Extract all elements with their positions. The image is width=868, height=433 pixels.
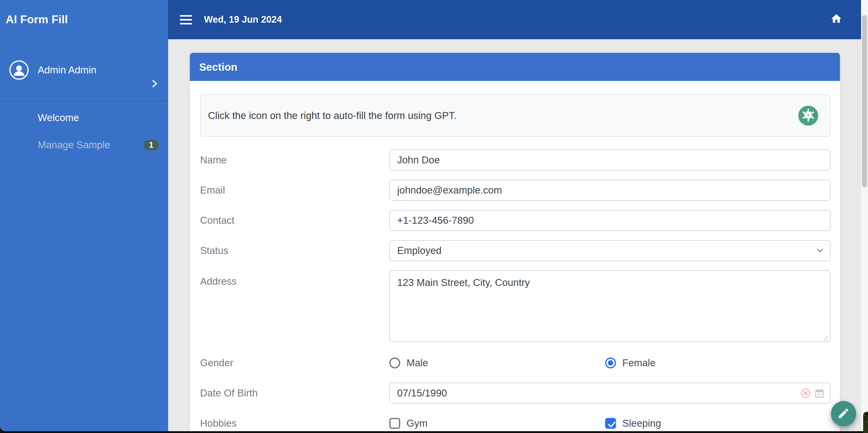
email-input[interactable] [389, 180, 831, 201]
home-icon[interactable] [830, 13, 842, 25]
sidebar-header: AI Form Fill [0, 0, 168, 39]
form-row-status: Status Employed [200, 240, 831, 261]
desktop-wallpaper-corner [863, 412, 868, 433]
dob-input[interactable] [389, 382, 831, 404]
radio-male[interactable] [389, 357, 400, 368]
hobbies-label: Hobbies [200, 417, 389, 429]
sidebar-nav: Welcome Manage Sample 1 [0, 102, 168, 158]
hobby-option-sleeping[interactable]: Sleeping [605, 413, 661, 431]
calendar-icon[interactable] [814, 388, 825, 398]
hamburger-menu-icon[interactable] [180, 15, 192, 25]
autofill-info-box: Click the icon on the right to auto-fill… [200, 94, 831, 137]
checkbox-gym[interactable] [389, 418, 400, 429]
app-window: AI Form Fill Admin Admin Welcome [0, 0, 868, 431]
sidebar-item-manage-sample[interactable]: Manage Sample 1 [0, 131, 168, 158]
user-name: Admin Admin [38, 64, 96, 76]
sidebar-item-welcome[interactable]: Welcome [0, 104, 168, 131]
count-badge: 1 [144, 140, 159, 150]
gender-option-male[interactable]: Male [389, 352, 428, 374]
name-input[interactable] [389, 149, 831, 171]
user-menu[interactable]: Admin Admin [0, 39, 168, 101]
edit-fab-button[interactable] [831, 401, 856, 426]
sidebar-item-label: Manage Sample [38, 139, 110, 151]
form-row-dob: Date Of Birth [200, 382, 831, 404]
dob-label: Date Of Birth [200, 387, 389, 399]
contact-label: Contact [200, 215, 389, 226]
hobby-option-gym[interactable]: Gym [389, 413, 428, 431]
form-row-hobbies: Hobbies Gym Sleeping [200, 413, 831, 431]
gpt-icon [798, 105, 818, 126]
form-row-contact: Contact [200, 210, 831, 231]
select-chevron-icon [817, 248, 823, 253]
address-textarea[interactable]: 123 Main Street, City, Country [389, 270, 831, 342]
form-row-email: Email [200, 180, 831, 201]
scrollbar-thumb[interactable] [862, 15, 867, 187]
user-avatar-icon [9, 60, 29, 80]
topbar: Wed, 19 Jun 2024 [168, 0, 861, 39]
form-row-name: Name [200, 149, 831, 171]
autofill-info-text: Click the icon on the right to auto-fill… [208, 110, 457, 121]
section-header: Section [190, 53, 840, 81]
email-label: Email [200, 184, 389, 196]
address-label: Address [200, 270, 389, 287]
status-select[interactable]: Employed [389, 240, 831, 261]
sidebar: AI Form Fill Admin Admin Welcome [0, 0, 168, 431]
topbar-date: Wed, 19 Jun 2024 [204, 14, 282, 25]
form-row-address: Address 123 Main Street, City, Country [200, 270, 831, 343]
radio-female[interactable] [605, 357, 616, 368]
name-label: Name [200, 154, 389, 166]
card-body: Click the icon on the right to auto-fill… [190, 81, 840, 431]
pencil-icon [837, 407, 850, 421]
status-selected-value: Employed [397, 245, 441, 256]
checkbox-sleeping[interactable] [605, 418, 616, 429]
contact-input[interactable] [389, 210, 831, 231]
app-title: AI Form Fill [6, 13, 68, 26]
main-content: Section Click the icon on the right to a… [168, 39, 861, 431]
sidebar-item-label: Welcome [38, 112, 79, 123]
chevron-right-icon [150, 79, 159, 88]
gpt-autofill-button[interactable] [798, 106, 818, 125]
scrollbar-track[interactable] [861, 0, 868, 431]
clear-date-icon[interactable] [800, 388, 811, 398]
status-label: Status [200, 245, 389, 256]
section-title: Section [199, 61, 237, 73]
form-card: Section Click the icon on the right to a… [190, 53, 840, 431]
gender-option-female[interactable]: Female [605, 352, 655, 374]
form-row-gender: Gender Male Female [200, 352, 831, 374]
gender-label: Gender [200, 357, 389, 369]
